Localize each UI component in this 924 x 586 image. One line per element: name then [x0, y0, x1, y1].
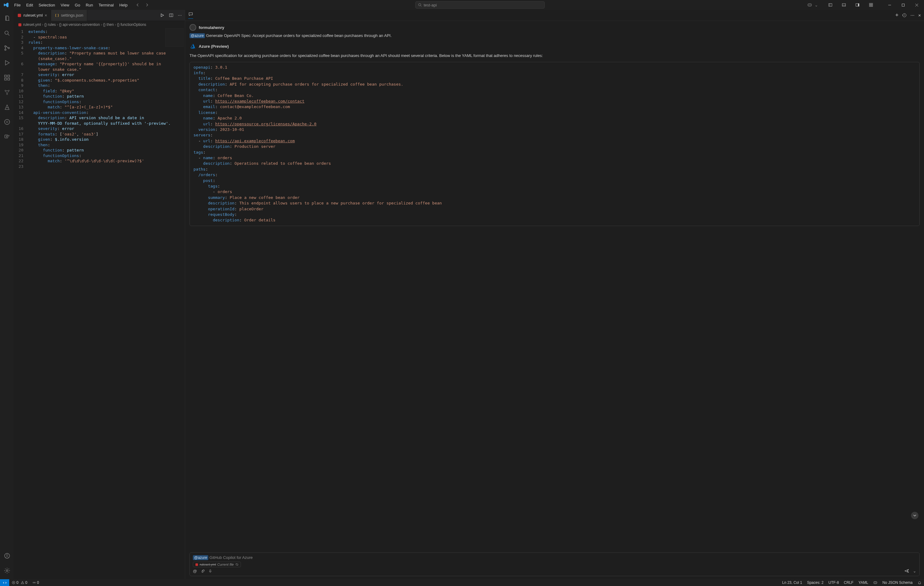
yaml-file-icon — [195, 563, 198, 566]
window-minimize-button[interactable] — [883, 0, 896, 10]
main-menu: FileEditSelectionViewGoRunTerminalHelp — [12, 2, 130, 8]
svg-point-32 — [6, 570, 8, 571]
svg-point-43 — [874, 582, 875, 583]
menu-edit[interactable]: Edit — [24, 2, 35, 8]
line-gutter: 12345 6 789101112131415 1617181920212223 — [13, 28, 28, 579]
breadcrumb[interactable]: ruleset.yml › {} rules › {} api-version-… — [13, 21, 185, 28]
more-icon[interactable]: ⋯ — [178, 13, 182, 18]
code-editor[interactable]: 12345 6 789101112131415 1617181920212223… — [13, 28, 185, 579]
chat-mention: @azure — [190, 33, 205, 38]
svg-point-29 — [8, 135, 9, 136]
editor-column: ruleset.yml × settings.json ⋯ ruleset.ym… — [13, 10, 185, 579]
svg-rect-13 — [871, 5, 873, 7]
window-close-button[interactable] — [911, 0, 923, 10]
svg-rect-4 — [829, 4, 832, 7]
attach-icon[interactable] — [201, 569, 205, 573]
titlebar: FileEditSelectionViewGoRunTerminalHelp t… — [0, 0, 924, 10]
tab-label: settings.json — [61, 13, 83, 18]
extensions-icon[interactable] — [0, 71, 13, 84]
notifications-icon[interactable] — [915, 581, 924, 585]
send-button[interactable] — [904, 568, 909, 573]
chat-context-chip[interactable]: ruleset.yml Current file — [193, 562, 241, 567]
search-sidebar-icon[interactable] — [0, 26, 13, 40]
context-filename: ruleset.yml — [200, 563, 216, 566]
status-ports[interactable]: 0 — [30, 581, 41, 585]
menu-view[interactable]: View — [58, 2, 72, 8]
svg-rect-11 — [871, 3, 873, 5]
chat-code-block[interactable]: openapi: 3.0.1info: title: Coffee Bean P… — [190, 62, 920, 226]
settings-icon[interactable] — [0, 564, 13, 578]
menu-go[interactable]: Go — [73, 2, 82, 8]
azure-icon[interactable] — [0, 100, 13, 114]
layout-left-icon[interactable] — [824, 0, 837, 10]
send-dropdown-icon[interactable]: ⌄ — [913, 569, 916, 573]
search-placeholder: test-api — [424, 3, 437, 7]
chevron-down-icon[interactable]: ⌄ — [815, 3, 818, 7]
copilot-icon[interactable] — [806, 2, 813, 7]
menu-help[interactable]: Help — [117, 2, 130, 8]
mention-button[interactable]: @ — [193, 569, 197, 573]
tab-close-icon[interactable]: × — [45, 13, 47, 18]
tab-ruleset[interactable]: ruleset.yml × — [13, 10, 51, 21]
minimap[interactable] — [165, 28, 184, 47]
chat-prompt-text: Generate OpenAPI Spec: Accept purchase o… — [206, 33, 392, 38]
run-code-icon[interactable] — [160, 13, 165, 18]
layout-grid-icon[interactable] — [865, 0, 877, 10]
json-file-icon — [55, 13, 59, 18]
svg-point-2 — [809, 5, 809, 5]
run-debug-icon[interactable] — [0, 56, 13, 69]
vscode-logo-icon — [2, 1, 10, 8]
mic-icon[interactable] — [208, 569, 212, 573]
close-chat-icon[interactable]: × — [918, 13, 921, 18]
window-maximize-button[interactable] — [897, 0, 909, 10]
menu-run[interactable]: Run — [83, 2, 96, 8]
more-icon[interactable]: ⋯ — [911, 13, 914, 18]
source-control-icon[interactable] — [0, 41, 13, 55]
tab-settings[interactable]: settings.json — [51, 10, 87, 21]
command-center-search[interactable]: test-api — [415, 1, 545, 8]
svg-point-25 — [7, 94, 8, 95]
menu-terminal[interactable]: Terminal — [96, 2, 116, 8]
status-language[interactable]: YAML — [856, 581, 871, 585]
graph-icon[interactable] — [0, 86, 13, 99]
remote-button[interactable] — [0, 579, 9, 586]
chat-input-placeholder: GitHub Copilot for Azure — [210, 555, 252, 560]
accounts-icon[interactable] — [0, 549, 13, 563]
history-icon[interactable] — [902, 13, 907, 18]
status-spaces[interactable]: Spaces: 2 — [804, 581, 826, 585]
explorer-icon[interactable] — [0, 12, 13, 25]
kubernetes-icon[interactable] — [0, 115, 13, 129]
nav-back-button[interactable] — [134, 2, 141, 8]
nav-forward-button[interactable] — [144, 2, 150, 8]
chat-input-mention: @azure — [193, 555, 208, 560]
status-eol[interactable]: CRLF — [842, 581, 856, 585]
menu-file[interactable]: File — [12, 2, 23, 8]
status-problems[interactable]: 0 0 — [9, 581, 30, 585]
split-editor-icon[interactable] — [169, 13, 173, 18]
copilot-status-icon[interactable] — [871, 581, 880, 585]
svg-point-0 — [418, 4, 421, 6]
svg-point-41 — [34, 582, 35, 583]
scroll-to-bottom-button[interactable] — [911, 512, 919, 519]
svg-rect-20 — [5, 78, 7, 80]
activity-bar — [0, 10, 13, 579]
menu-selection[interactable]: Selection — [36, 2, 57, 8]
azure-logo-icon — [190, 43, 196, 49]
status-encoding[interactable]: UTF-8 — [826, 581, 842, 585]
context-label: Current file — [217, 563, 234, 566]
svg-rect-14 — [902, 4, 904, 6]
layout-bottom-icon[interactable] — [838, 0, 850, 10]
svg-rect-10 — [870, 3, 871, 5]
chat-input[interactable]: @azure GitHub Copilot for Azure ruleset.… — [190, 552, 920, 576]
chat-icon[interactable] — [188, 12, 193, 19]
layout-right-icon[interactable] — [851, 0, 864, 10]
status-position[interactable]: Ln 23, Col 1 — [780, 581, 805, 585]
status-schema[interactable]: No JSON Schema — [880, 581, 915, 585]
new-chat-icon[interactable]: + — [895, 12, 899, 18]
editor-tabs: ruleset.yml × settings.json ⋯ — [13, 10, 185, 21]
svg-rect-22 — [8, 75, 10, 77]
teams-icon[interactable] — [0, 130, 13, 143]
svg-rect-36 — [18, 23, 21, 26]
eye-off-icon[interactable] — [235, 563, 239, 566]
code-content[interactable]: extends: - spectral:oasrules: property-n… — [28, 28, 185, 579]
